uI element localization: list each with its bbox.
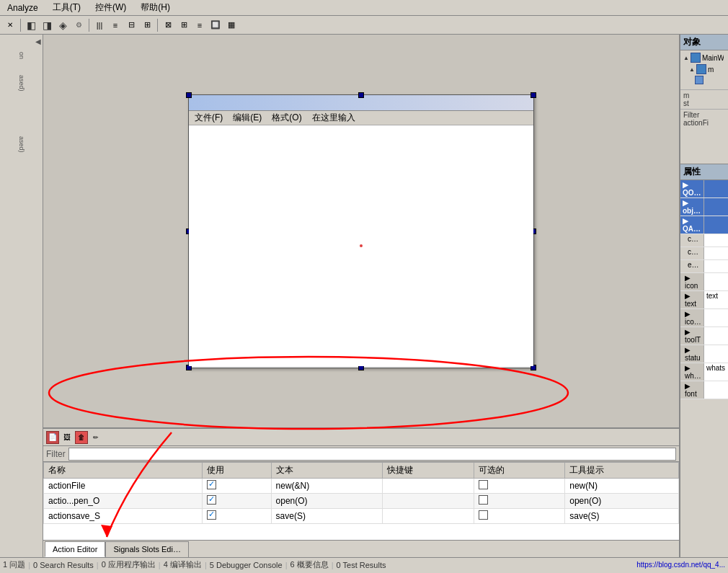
action-btn-2[interactable]: 🖼 [61,431,74,444]
status-test: 0 Test Results [337,561,386,569]
table-row[interactable]: actionFilenew(&N)new(N) [44,479,679,494]
status-sep-2: | [97,561,99,569]
main-container: ◀ on ased) ased) 文件 [0,35,728,557]
props-row[interactable]: check [680,247,728,260]
toolbar-btn-7[interactable]: ⊟ [124,18,138,32]
checkbox-checked[interactable] [207,510,216,520]
sidebar-collapse-arrow[interactable]: ◀ [35,37,41,45]
props-row[interactable]: ▶ font [680,381,728,399]
tab-action-editor[interactable]: Action Editor [45,541,105,557]
props-val: text [704,291,728,308]
props-row[interactable]: ▶ objec [680,198,728,216]
status-debug: 5 Debugger Console [210,561,283,569]
menu-bar: Analyze 工具(T) 控件(W) 帮助(H) [0,0,728,16]
action-btn-edit[interactable]: ✏ [89,431,102,444]
cell-name: actionsave_S [44,509,203,524]
handle-tl [186,92,192,98]
props-row[interactable]: ▶ texttext [680,291,728,309]
form-canvas[interactable] [189,125,533,366]
table-row[interactable]: actio...pen_Oopen(O)open(O) [44,494,679,509]
tree-item-m[interactable]: ▲ m [683,63,725,75]
left-sidebar: ◀ on ased) ased) [0,35,43,557]
menu-controls[interactable]: 控件(W) [91,0,130,15]
checkbox-unchecked[interactable] [479,495,488,505]
props-row[interactable]: ▶ whatswhats [680,363,728,381]
props-row[interactable]: enabl [680,260,728,273]
cell-used[interactable] [202,494,271,509]
cell-checkable[interactable] [474,494,565,509]
props-key: ▶ iconT [680,309,704,327]
sidebar-label-ased: ased) [18,75,25,92]
props-val [704,198,728,216]
toolbar-btn-3[interactable]: ◈ [56,18,70,32]
toolbar-btn-13[interactable]: ▦ [224,18,239,32]
props-val [704,247,728,259]
toolbar-btn-4[interactable]: ⚙ [71,18,86,32]
form-widget[interactable]: 文件(F) 编辑(E) 格式(O) 在这里输入 [188,94,534,368]
props-row[interactable]: ▶ toolT [680,327,728,345]
toolbar-btn-2[interactable]: ◨ [40,18,54,32]
tree-arrow-mainw: ▲ [683,55,689,61]
sidebar-label-on: on [18,45,25,59]
props-val: whats [704,363,728,381]
props-row[interactable]: ▶ QObje [680,180,728,198]
tree-icon-sub [695,76,703,84]
props-key: ▶ QActi [680,216,704,234]
table-row[interactable]: actionsave_Ssave(S)save(S) [44,509,679,524]
checkbox-unchecked[interactable] [479,510,488,520]
toolbar-btn-9[interactable]: ⊠ [161,18,175,32]
cell-used[interactable] [202,509,271,524]
col-used: 使用 [202,463,271,479]
props-val [704,234,728,246]
status-url[interactable]: https://blog.csdn.net/qq_4... [636,561,725,569]
toolbar-sep-3 [157,19,158,32]
checkbox-checked[interactable] [207,480,216,489]
properties-title: 属性 [680,164,728,180]
toolbar-btn-8[interactable]: ⊞ [140,18,154,32]
action-btn-3[interactable]: 🗑 [75,431,88,444]
properties-table: ▶ QObje▶ objec▶ QActicheckcheckenabl▶ ic… [680,180,728,557]
toolbar-btn-12[interactable]: 🔲 [208,18,223,32]
checkbox-checked[interactable] [207,495,216,505]
toolbar-btn-11[interactable]: ≡ [192,18,207,32]
menu-help[interactable]: 帮助(H) [136,0,174,15]
designer-area[interactable]: 文件(F) 编辑(E) 格式(O) 在这里输入 [43,35,679,427]
cell-checkable[interactable] [474,509,565,524]
form-menu-type[interactable]: 在这里输入 [309,111,358,125]
tree-icon-m [696,64,706,74]
cell-text: new(&N) [271,479,382,494]
cell-used[interactable] [202,479,271,494]
action-table[interactable]: 名称 使用 文本 快捷键 可选的 工具提示 actionFilenew(&N)n… [43,462,679,540]
action-btn-1[interactable]: 📄 [46,431,59,444]
sidebar-label-ased2: ased) [18,136,25,153]
toolbar-close[interactable]: ✕ [3,18,17,32]
checkbox-unchecked[interactable] [479,480,488,489]
props-row[interactable]: ▶ QActi [680,216,728,234]
form-menu-edit[interactable]: 编辑(E) [230,111,265,125]
props-row[interactable]: check [680,234,728,247]
cell-name: actionFile [44,479,203,494]
toolbar-btn-10[interactable]: ⊞ [177,18,191,32]
cell-shortcut [382,494,474,509]
props-row[interactable]: ▶ statu [680,345,728,363]
cell-tooltip: save(S) [565,509,679,524]
toolbar-btn-1[interactable]: ◧ [24,18,38,32]
filter-input[interactable] [68,448,676,461]
props-key: ▶ objec [680,198,704,216]
tree-item-mainw[interactable]: ▲ MainW [683,52,725,63]
status-sep-4: | [205,561,207,569]
form-menu-format[interactable]: 格式(O) [269,111,304,125]
menu-analyze[interactable]: Analyze [3,1,43,14]
props-row[interactable]: ▶ icon [680,273,728,291]
cell-checkable[interactable] [474,479,565,494]
action-toolbar: 📄 🖼 🗑 ✏ [43,429,679,446]
tab-signals-slots[interactable]: Signals Slots Edi… [105,541,189,557]
tree-item-sub[interactable] [683,75,725,85]
form-menu-file[interactable]: 文件(F) [192,111,226,125]
props-row[interactable]: ▶ iconT [680,309,728,327]
cell-tooltip: new(N) [565,479,679,494]
menu-tools[interactable]: 工具(T) [48,0,85,15]
toolbar-btn-6[interactable]: ≡ [108,18,123,32]
tree-arrow-m: ▲ [689,66,695,73]
toolbar-btn-5[interactable]: ||| [92,18,107,32]
